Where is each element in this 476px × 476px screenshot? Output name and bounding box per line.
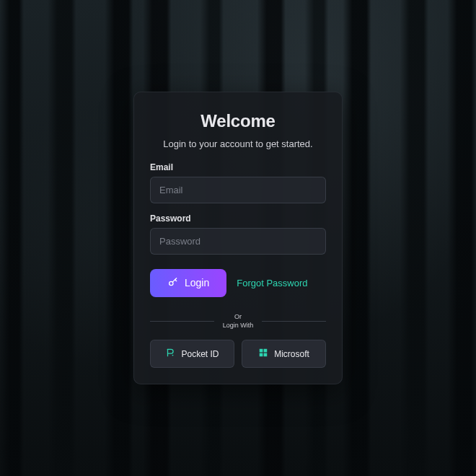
svg-rect-5 [264,349,268,353]
svg-rect-6 [260,353,263,357]
forgot-password-link[interactable]: Forgot Password [237,278,307,288]
page-title: Welcome [150,111,326,131]
key-icon [167,276,179,290]
oauth-microsoft-button[interactable]: Microsoft [242,340,326,368]
microsoft-icon [258,348,268,360]
svg-rect-4 [260,349,263,353]
oauth-microsoft-label: Microsoft [274,349,309,359]
password-label: Password [150,213,326,224]
oauth-row: Pocket ID Microsoft [150,340,326,368]
svg-point-3 [172,355,174,356]
svg-line-2 [175,279,177,281]
svg-rect-7 [264,353,268,357]
email-label: Email [150,162,326,172]
login-button-label: Login [185,277,209,288]
login-card: Welcome Login to your account to get sta… [133,92,343,384]
password-field[interactable] [150,228,326,255]
email-field[interactable] [150,177,326,203]
divider: Or Login With [150,313,326,330]
divider-text: Or Login With [214,313,263,330]
page-subtitle: Login to your account to get started. [150,138,326,149]
action-row: Login Forgot Password [150,269,326,297]
login-button[interactable]: Login [150,269,226,297]
pocketid-icon [165,348,175,360]
oauth-pocketid-button[interactable]: Pocket ID [150,340,234,368]
oauth-pocketid-label: Pocket ID [181,349,219,359]
